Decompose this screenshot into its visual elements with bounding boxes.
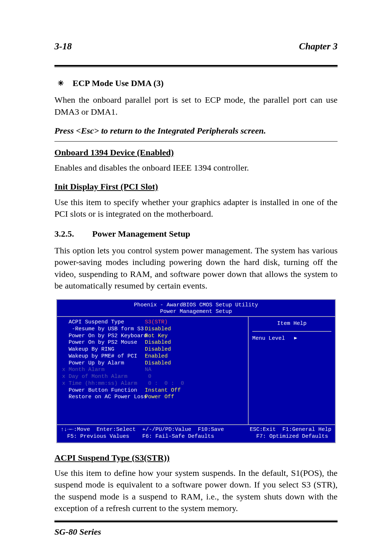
subheading-init-display: Init Display First (PCI Slot) <box>54 181 338 192</box>
bios-footer-fkeys-right: F7: Optimized Defaults <box>256 433 331 440</box>
bios-setting-row: x Day of Month Alarm 0 <box>62 374 244 380</box>
bios-setting-value[interactable]: Disabled <box>145 346 171 353</box>
subheading-ecp: ✳ ECP Mode Use DMA (3) <box>56 77 338 89</box>
bios-setting-label: Power On by PS2 Keyboard <box>62 333 145 340</box>
footer-rule <box>54 520 338 522</box>
bios-title-line1: Phoenix - AwardBIOS CMOS Setup Utility <box>134 302 258 308</box>
para-acpi: Use this item to define how your system … <box>54 467 338 514</box>
instruction-esc: Press <Esc> to return to the Integrated … <box>54 125 338 136</box>
bios-setting-value[interactable]: Hot Key <box>145 333 168 340</box>
bios-setting-value[interactable]: Enabled <box>145 353 168 360</box>
bios-footer-nav-left: ↑↓→←:Move Enter:Select +/-/PU/PD:Value F… <box>61 427 224 433</box>
bios-setting-label: Power Up by Alarm <box>62 360 145 367</box>
subheading-1394: Onboard 1394 Device (Enabled) <box>54 147 338 158</box>
para-power-mgmt: This option lets you control system powe… <box>54 245 338 292</box>
bios-setting-row[interactable]: -Resume by USB form S3Disabled <box>62 326 244 333</box>
bios-menu-level-label: Menu Level <box>252 335 285 342</box>
bios-setting-row[interactable]: Power Button FunctionInstant Off <box>62 387 244 394</box>
bios-title: Phoenix - AwardBIOS CMOS Setup Utility P… <box>57 300 335 317</box>
bios-setting-label: Power Button Function <box>62 387 145 394</box>
para-init-display: Use this item to specify whether your gr… <box>54 196 338 220</box>
bios-setting-label: x Time (hh:mm:ss) Alarm <box>62 380 145 387</box>
page-header: 3-18 Chapter 3 <box>54 40 338 55</box>
bios-setting-value[interactable]: Instant Off <box>145 387 181 394</box>
bios-setting-value: 0 <box>145 374 151 380</box>
bios-setting-row[interactable]: ACPI Suspend TypeS3(STR) <box>62 319 244 326</box>
para-ecp: When the onboard parallel port is set to… <box>54 94 338 118</box>
document-page: 3-18 Chapter 3 ✳ ECP Mode Use DMA (3) Wh… <box>0 0 392 555</box>
bios-setting-value: 0 : 0 : 0 <box>145 380 184 387</box>
bios-setting-value[interactable]: Disabled <box>145 339 171 346</box>
bios-setting-label: ACPI Suspend Type <box>62 319 145 326</box>
bios-setting-label: Power On by PS2 Mouse <box>62 339 145 346</box>
bios-setting-label: x Day of Month Alarm <box>62 374 145 380</box>
triangle-right-icon: ► <box>294 336 297 342</box>
bios-setting-label: -Resume by USB form S3 <box>62 326 145 333</box>
bios-setting-row: x Month AlarmNA <box>62 367 244 374</box>
bios-setting-value[interactable]: S3(STR) <box>145 319 168 326</box>
section-title: Power Management Setup <box>92 228 190 240</box>
bios-body: ACPI Suspend TypeS3(STR) -Resume by USB … <box>57 316 335 425</box>
bios-menu-level: Menu Level ► <box>252 335 331 342</box>
footer-series: SG-80 Series <box>54 526 338 538</box>
section-number: 3.2.5. <box>54 228 74 240</box>
bios-item-help-label: Item Help <box>252 319 331 332</box>
bios-title-line2: Power Management Setup <box>160 309 232 315</box>
section-heading-power-mgmt: 3.2.5. Power Management Setup <box>54 228 338 240</box>
header-rule <box>54 65 338 67</box>
bios-setting-value: NA <box>145 367 151 374</box>
bios-help-pane: Item Help Menu Level ► <box>249 317 335 424</box>
bios-setting-row[interactable]: Wakeup By RINGDisabled <box>62 346 244 353</box>
bios-settings-pane[interactable]: ACPI Suspend TypeS3(STR) -Resume by USB … <box>57 317 249 424</box>
bios-setting-label: x Month Alarm <box>62 367 145 374</box>
bios-setting-value[interactable]: Power Off <box>145 394 174 401</box>
para-1394: Enables and disables the onboard IEEE 13… <box>54 162 338 174</box>
bios-setting-row[interactable]: Restore on AC Power LossPower Off <box>62 394 244 401</box>
bios-setting-row[interactable]: Power Up by AlarmDisabled <box>62 360 244 367</box>
chapter-label: Chapter 3 <box>299 40 338 53</box>
subheading-acpi: ACPI Suspend Type (S3(STR)) <box>54 452 338 464</box>
page-number: 3-18 <box>54 40 72 53</box>
bullet-icon: ✳ <box>56 79 65 87</box>
subheading-ecp-text: ECP Mode Use DMA (3) <box>73 77 164 89</box>
bios-footer: ↑↓→←:Move Enter:Select +/-/PU/PD:Value F… <box>57 425 335 442</box>
bios-setting-row[interactable]: Power On by PS2 KeyboardHot Key <box>62 333 244 340</box>
bios-footer-nav-right: ESC:Exit F1:General Help <box>250 427 331 433</box>
bios-setting-label: Wakeup by PME# of PCI <box>62 353 145 360</box>
bios-setting-value[interactable]: Disabled <box>145 360 171 367</box>
bios-setting-label: Restore on AC Power Loss <box>62 394 145 401</box>
divider <box>54 141 338 142</box>
bios-footer-fkeys-left: F5: Previous Values F6: Fail-Safe Defaul… <box>61 433 214 440</box>
bios-setup-window: Phoenix - AwardBIOS CMOS Setup Utility P… <box>56 299 336 443</box>
bios-setting-label: Wakeup By RING <box>62 346 145 353</box>
bios-setting-value[interactable]: Disabled <box>145 326 171 333</box>
bios-setting-row[interactable]: Wakeup by PME# of PCIEnabled <box>62 353 244 360</box>
bios-setting-row[interactable]: Power On by PS2 MouseDisabled <box>62 339 244 346</box>
bios-setting-row: x Time (hh:mm:ss) Alarm 0 : 0 : 0 <box>62 380 244 387</box>
